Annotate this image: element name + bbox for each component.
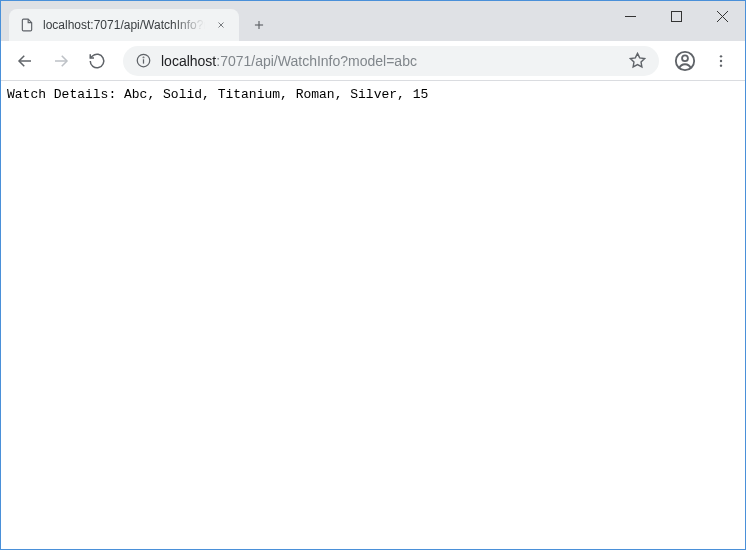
tab-title: localhost:7071/api/WatchInfo?model=abc [43,18,205,32]
close-window-button[interactable] [699,1,745,31]
window-controls [607,1,745,31]
back-button[interactable] [9,45,41,77]
minimize-button[interactable] [607,1,653,31]
browser-tab[interactable]: localhost:7071/api/WatchInfo?model=abc [9,9,239,41]
address-bar[interactable]: localhost:7071/api/WatchInfo?model=abc [123,46,659,76]
address-bar-text: localhost:7071/api/WatchInfo?model=abc [161,53,617,69]
page-body-text: Watch Details: Abc, Solid, Titanium, Rom… [1,81,745,108]
profile-button[interactable] [669,45,701,77]
window-titlebar: localhost:7071/api/WatchInfo?model=abc [1,1,745,41]
browser-toolbar: localhost:7071/api/WatchInfo?model=abc [1,41,745,81]
site-info-icon[interactable] [135,53,151,69]
svg-rect-5 [671,11,681,21]
reload-button[interactable] [81,45,113,77]
svg-point-16 [720,55,722,57]
forward-button[interactable] [45,45,77,77]
svg-point-17 [720,59,722,61]
file-icon [19,17,35,33]
svg-point-12 [143,57,144,58]
bookmark-icon[interactable] [627,51,647,71]
new-tab-button[interactable] [245,11,273,39]
close-tab-icon[interactable] [213,17,229,33]
svg-point-18 [720,64,722,66]
svg-point-15 [682,55,688,61]
menu-button[interactable] [705,45,737,77]
url-path: :7071/api/WatchInfo?model=abc [216,53,417,69]
maximize-button[interactable] [653,1,699,31]
url-host: localhost [161,53,216,69]
svg-marker-13 [630,53,644,66]
